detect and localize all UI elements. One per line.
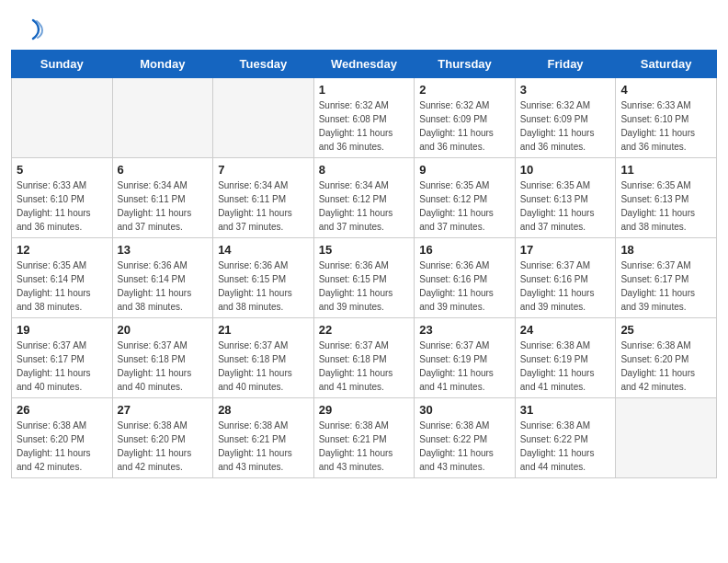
day-number: 26: [17, 403, 108, 417]
day-info: Sunrise: 6:37 AMSunset: 6:19 PMDaylight:…: [419, 339, 510, 394]
calendar-cell: [12, 78, 113, 158]
calendar-cell: 14Sunrise: 6:36 AMSunset: 6:15 PMDayligh…: [213, 238, 314, 318]
calendar-cell: 9Sunrise: 6:35 AMSunset: 6:12 PMDaylight…: [415, 158, 516, 238]
calendar-cell: 5Sunrise: 6:33 AMSunset: 6:10 PMDaylight…: [12, 158, 113, 238]
day-number: 1: [319, 83, 410, 97]
day-info: Sunrise: 6:35 AMSunset: 6:14 PMDaylight:…: [17, 259, 108, 314]
calendar-cell: 23Sunrise: 6:37 AMSunset: 6:19 PMDayligh…: [415, 318, 516, 398]
calendar-cell: [112, 78, 213, 158]
calendar-week-row: 12Sunrise: 6:35 AMSunset: 6:14 PMDayligh…: [12, 238, 717, 318]
day-number: 7: [218, 163, 309, 177]
weekday-header-friday: Friday: [515, 51, 616, 78]
calendar-cell: 6Sunrise: 6:34 AMSunset: 6:11 PMDaylight…: [112, 158, 213, 238]
day-number: 17: [520, 243, 611, 257]
day-number: 3: [520, 83, 611, 97]
day-number: 9: [419, 163, 510, 177]
day-info: Sunrise: 6:38 AMSunset: 6:21 PMDaylight:…: [218, 419, 309, 474]
day-info: Sunrise: 6:38 AMSunset: 6:22 PMDaylight:…: [419, 419, 510, 474]
day-number: 6: [118, 163, 209, 177]
day-number: 12: [17, 243, 108, 257]
weekday-header-sunday: Sunday: [12, 51, 113, 78]
weekday-header-saturday: Saturday: [616, 51, 717, 78]
calendar-cell: 18Sunrise: 6:37 AMSunset: 6:17 PMDayligh…: [616, 238, 717, 318]
weekday-header-tuesday: Tuesday: [213, 51, 314, 78]
day-info: Sunrise: 6:37 AMSunset: 6:17 PMDaylight:…: [17, 339, 108, 394]
day-info: Sunrise: 6:37 AMSunset: 6:18 PMDaylight:…: [118, 339, 209, 394]
day-info: Sunrise: 6:34 AMSunset: 6:11 PMDaylight:…: [118, 178, 209, 234]
calendar-cell: 2Sunrise: 6:32 AMSunset: 6:09 PMDaylight…: [415, 78, 516, 158]
day-info: Sunrise: 6:37 AMSunset: 6:17 PMDaylight:…: [620, 259, 711, 314]
calendar-cell: 22Sunrise: 6:37 AMSunset: 6:18 PMDayligh…: [313, 318, 415, 398]
day-number: 13: [118, 243, 209, 257]
day-number: 18: [620, 243, 711, 257]
day-number: 20: [118, 323, 209, 337]
day-info: Sunrise: 6:36 AMSunset: 6:15 PMDaylight:…: [218, 259, 309, 314]
calendar-cell: 26Sunrise: 6:38 AMSunset: 6:20 PMDayligh…: [12, 398, 113, 478]
day-info: Sunrise: 6:32 AMSunset: 6:08 PMDaylight:…: [319, 98, 410, 154]
calendar-cell: 24Sunrise: 6:38 AMSunset: 6:19 PMDayligh…: [515, 318, 616, 398]
day-number: 5: [17, 163, 108, 177]
calendar-cell: 16Sunrise: 6:36 AMSunset: 6:16 PMDayligh…: [415, 238, 516, 318]
day-info: Sunrise: 6:38 AMSunset: 6:20 PMDaylight:…: [620, 339, 711, 394]
day-info: Sunrise: 6:35 AMSunset: 6:13 PMDaylight:…: [520, 178, 611, 234]
day-info: Sunrise: 6:36 AMSunset: 6:16 PMDaylight:…: [419, 259, 510, 314]
calendar-cell: 12Sunrise: 6:35 AMSunset: 6:14 PMDayligh…: [12, 238, 113, 318]
calendar-cell: 28Sunrise: 6:38 AMSunset: 6:21 PMDayligh…: [213, 398, 314, 478]
calendar-table: SundayMondayTuesdayWednesdayThursdayFrid…: [11, 50, 717, 478]
day-number: 24: [520, 323, 611, 337]
calendar-cell: 31Sunrise: 6:38 AMSunset: 6:22 PMDayligh…: [515, 398, 616, 478]
header: [0, 0, 728, 50]
day-info: Sunrise: 6:36 AMSunset: 6:15 PMDaylight:…: [319, 259, 410, 314]
calendar-cell: 4Sunrise: 6:33 AMSunset: 6:10 PMDaylight…: [616, 78, 717, 158]
day-info: Sunrise: 6:33 AMSunset: 6:10 PMDaylight:…: [620, 98, 711, 154]
weekday-header-row: SundayMondayTuesdayWednesdayThursdayFrid…: [12, 51, 717, 78]
day-number: 16: [419, 243, 510, 257]
day-info: Sunrise: 6:32 AMSunset: 6:09 PMDaylight:…: [419, 98, 510, 154]
day-number: 25: [620, 323, 711, 337]
day-info: Sunrise: 6:35 AMSunset: 6:13 PMDaylight:…: [620, 178, 711, 234]
calendar-cell: 11Sunrise: 6:35 AMSunset: 6:13 PMDayligh…: [616, 158, 717, 238]
weekday-header-wednesday: Wednesday: [313, 51, 415, 78]
calendar-cell: 20Sunrise: 6:37 AMSunset: 6:18 PMDayligh…: [112, 318, 213, 398]
calendar-cell: 7Sunrise: 6:34 AMSunset: 6:11 PMDaylight…: [213, 158, 314, 238]
calendar-cell: 17Sunrise: 6:37 AMSunset: 6:16 PMDayligh…: [515, 238, 616, 318]
day-info: Sunrise: 6:36 AMSunset: 6:14 PMDaylight:…: [118, 259, 209, 314]
day-number: 11: [620, 163, 711, 177]
calendar-cell: [213, 78, 314, 158]
calendar-cell: 25Sunrise: 6:38 AMSunset: 6:20 PMDayligh…: [616, 318, 717, 398]
day-info: Sunrise: 6:37 AMSunset: 6:18 PMDaylight:…: [218, 339, 309, 394]
day-number: 23: [419, 323, 510, 337]
calendar-cell: 21Sunrise: 6:37 AMSunset: 6:18 PMDayligh…: [213, 318, 314, 398]
day-number: 10: [520, 163, 611, 177]
day-info: Sunrise: 6:37 AMSunset: 6:18 PMDaylight:…: [319, 339, 410, 394]
day-number: 14: [218, 243, 309, 257]
calendar-cell: 27Sunrise: 6:38 AMSunset: 6:20 PMDayligh…: [112, 398, 213, 478]
day-number: 21: [218, 323, 309, 337]
calendar-cell: 13Sunrise: 6:36 AMSunset: 6:14 PMDayligh…: [112, 238, 213, 318]
calendar-cell: 19Sunrise: 6:37 AMSunset: 6:17 PMDayligh…: [12, 318, 113, 398]
day-number: 2: [419, 83, 510, 97]
calendar-cell: 8Sunrise: 6:34 AMSunset: 6:12 PMDaylight…: [313, 158, 415, 238]
day-info: Sunrise: 6:38 AMSunset: 6:21 PMDaylight:…: [319, 419, 410, 474]
day-number: 19: [17, 323, 108, 337]
day-number: 31: [520, 403, 611, 417]
day-info: Sunrise: 6:38 AMSunset: 6:19 PMDaylight:…: [520, 339, 611, 394]
day-info: Sunrise: 6:35 AMSunset: 6:12 PMDaylight:…: [419, 178, 510, 234]
day-number: 15: [319, 243, 410, 257]
logo: [18, 17, 46, 42]
day-info: Sunrise: 6:34 AMSunset: 6:11 PMDaylight:…: [218, 178, 309, 234]
page: SundayMondayTuesdayWednesdayThursdayFrid…: [0, 0, 728, 563]
calendar-week-row: 26Sunrise: 6:38 AMSunset: 6:20 PMDayligh…: [12, 398, 717, 478]
day-info: Sunrise: 6:34 AMSunset: 6:12 PMDaylight:…: [319, 178, 410, 234]
logo-icon: [20, 17, 46, 42]
calendar-cell: 1Sunrise: 6:32 AMSunset: 6:08 PMDaylight…: [313, 78, 415, 158]
weekday-header-thursday: Thursday: [415, 51, 516, 78]
calendar-week-row: 1Sunrise: 6:32 AMSunset: 6:08 PMDaylight…: [12, 78, 717, 158]
day-number: 8: [319, 163, 410, 177]
day-number: 22: [319, 323, 410, 337]
calendar-cell: 3Sunrise: 6:32 AMSunset: 6:09 PMDaylight…: [515, 78, 616, 158]
calendar-cell: 15Sunrise: 6:36 AMSunset: 6:15 PMDayligh…: [313, 238, 415, 318]
calendar-cell: 30Sunrise: 6:38 AMSunset: 6:22 PMDayligh…: [415, 398, 516, 478]
calendar-week-row: 19Sunrise: 6:37 AMSunset: 6:17 PMDayligh…: [12, 318, 717, 398]
day-info: Sunrise: 6:38 AMSunset: 6:20 PMDaylight:…: [17, 419, 108, 474]
